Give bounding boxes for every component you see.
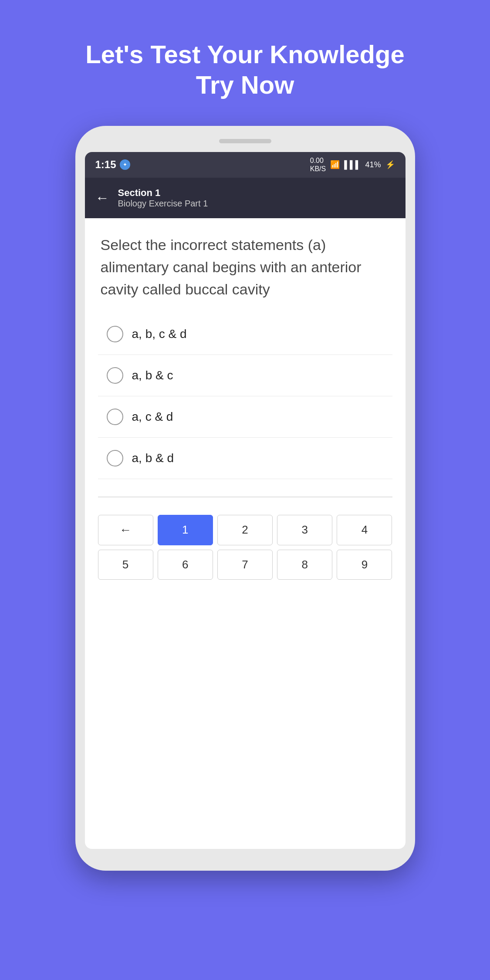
radio-a[interactable] (107, 326, 123, 342)
option-row-d[interactable]: a, b & d (98, 438, 392, 479)
phone-screen: 1:15 ✦ 0.00 KB/S 📶 ▌▌▌ 41% ⚡ ← Section 1… (85, 152, 406, 849)
option-label-b: a, b & c (132, 368, 173, 382)
option-label-d: a, b & d (132, 451, 174, 465)
question-text: Select the incorrect statements (a) alim… (101, 234, 390, 301)
status-time: 1:15 (95, 159, 116, 171)
wifi-icon: 📶 (330, 160, 340, 169)
section-subtitle: Biology Exercise Part 1 (118, 199, 208, 209)
network-speed: 0.00 KB/S (310, 156, 326, 173)
battery-indicator: 41% (365, 160, 381, 169)
status-right: 0.00 KB/S 📶 ▌▌▌ 41% ⚡ (310, 156, 395, 173)
radio-b[interactable] (107, 367, 123, 384)
phone-device: 1:15 ✦ 0.00 KB/S 📶 ▌▌▌ 41% ⚡ ← Section 1… (75, 126, 415, 871)
divider (98, 497, 392, 497)
header-line2: Try Now (85, 70, 404, 100)
battery-icon: ⚡ (385, 160, 395, 169)
phone-notch (219, 139, 271, 143)
pagination-page-4[interactable]: 4 (337, 515, 392, 545)
radio-d[interactable] (107, 450, 123, 466)
pagination-page-9[interactable]: 9 (337, 550, 392, 580)
header-title: Let's Test Your Knowledge Try Now (85, 39, 404, 100)
option-label-a: a, b, c & d (132, 327, 187, 341)
back-button[interactable]: ← (95, 190, 109, 206)
options-area: a, b, c & d a, b & c a, c & d a, b & d (85, 309, 406, 488)
signal-icon: ▌▌▌ (344, 160, 361, 169)
pagination-page-3[interactable]: 3 (277, 515, 332, 545)
status-icon: ✦ (120, 159, 130, 170)
header-section: Let's Test Your Knowledge Try Now (85, 39, 404, 100)
pagination-page-8[interactable]: 8 (277, 550, 332, 580)
option-row-c[interactable]: a, c & d (98, 396, 392, 438)
pagination-page-1[interactable]: 1 (158, 515, 213, 545)
pagination-page-7[interactable]: 7 (217, 550, 273, 580)
pagination-page-2[interactable]: 2 (217, 515, 273, 545)
option-row-a[interactable]: a, b, c & d (98, 314, 392, 355)
app-bar-titles: Section 1 Biology Exercise Part 1 (118, 187, 208, 209)
app-bar: ← Section 1 Biology Exercise Part 1 (85, 178, 406, 218)
question-area: Select the incorrect statements (a) alim… (85, 218, 406, 309)
pagination-area: ← 1 2 3 4 5 6 7 8 9 (85, 506, 406, 588)
pagination-back-button[interactable]: ← (98, 515, 153, 545)
option-row-b[interactable]: a, b & c (98, 355, 392, 396)
radio-c[interactable] (107, 409, 123, 425)
status-bar: 1:15 ✦ 0.00 KB/S 📶 ▌▌▌ 41% ⚡ (85, 152, 406, 177)
option-label-c: a, c & d (132, 410, 173, 424)
pagination-grid: ← 1 2 3 4 5 6 7 8 9 (98, 515, 392, 580)
header-line1: Let's Test Your Knowledge (85, 39, 404, 70)
section-title: Section 1 (118, 187, 208, 199)
status-left: 1:15 ✦ (95, 159, 130, 171)
pagination-page-6[interactable]: 6 (158, 550, 213, 580)
pagination-page-5[interactable]: 5 (98, 550, 153, 580)
